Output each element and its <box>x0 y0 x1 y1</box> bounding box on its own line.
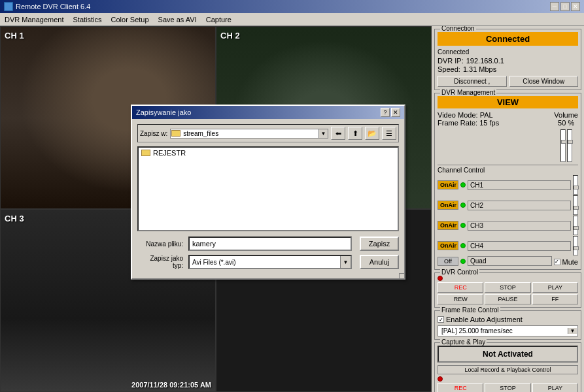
save-in-label: Zapisz w: <box>140 130 167 137</box>
disconnect-button[interactable]: Disconnect , <box>438 76 507 87</box>
dialog-body: Zapisz w: stream_files ▼ ⬅ ⬆ 📂 ☰ <box>132 119 404 278</box>
volume-thumb-2 <box>568 140 573 144</box>
rec-button[interactable]: REC <box>438 282 483 293</box>
ch2-name[interactable]: CH2 <box>468 201 571 210</box>
play-button[interactable]: PLAY <box>532 282 578 293</box>
dialog-title-text: Zapisywanie jako <box>136 108 191 116</box>
dialog-help-button[interactable]: ? <box>381 108 390 117</box>
filetype-dropdown-btn[interactable]: ▼ <box>340 256 351 268</box>
menu-capture[interactable]: Capture <box>204 15 233 24</box>
video-mode-value: PAL <box>480 111 493 119</box>
capture-rec-dot <box>438 376 443 382</box>
ch3-name[interactable]: CH3 <box>468 221 571 231</box>
folder-icon <box>171 130 180 137</box>
close-window-button[interactable]: Close Window <box>509 76 579 87</box>
ch3-vol-thumb <box>574 226 579 230</box>
capture-rec-button[interactable]: REC <box>438 383 483 392</box>
up-folder-btn[interactable]: ⬅ <box>331 127 345 140</box>
menu-dvr-management[interactable]: DVR Management <box>3 15 66 24</box>
save-button[interactable]: Zapisz <box>360 237 399 251</box>
filetype-value: Avi Files (*.avi) <box>190 258 340 267</box>
connection-buttons: Disconnect , Close Window <box>438 76 578 87</box>
menu-save-as-avi[interactable]: Save as AVI <box>156 15 199 24</box>
ch4-name[interactable]: CH4 <box>468 241 571 251</box>
dialog-close-button[interactable]: ✕ <box>391 108 400 117</box>
rew-button[interactable]: REW <box>438 294 483 304</box>
main-layout: CH 1 CH 2 CH 3 2007/11/28 09:21:05 AM <box>0 26 584 392</box>
folder-dropdown-btn[interactable]: ▼ <box>318 129 328 138</box>
quad-name[interactable]: Quad <box>468 256 552 266</box>
details-view-btn[interactable]: ☰ <box>382 127 396 140</box>
save-btn-area: Zapisz <box>360 237 399 251</box>
volume-track-2[interactable] <box>567 129 572 162</box>
channel-row-ch1: OnAir CH1 <box>438 175 578 195</box>
connection-group-title: Connection <box>440 26 476 32</box>
frame-rate-row-item: Frame Rate: 15 fps <box>438 119 499 127</box>
ch1-vol-thumb <box>574 186 579 189</box>
filetype-select[interactable]: Avi Files (*.avi) ▼ <box>188 255 352 269</box>
rec-indicator-row <box>438 276 578 281</box>
ch1-name[interactable]: CH1 <box>468 180 571 190</box>
connection-group: Connection Connected Connected DVR IP: 1… <box>434 29 581 90</box>
mute-row: ✓ Mute <box>554 258 578 266</box>
filetype-label: Zapisz jakotyp: <box>137 255 183 269</box>
fps-dropdown-btn[interactable]: ▼ <box>568 328 577 334</box>
fps-select[interactable]: [PAL] 25.000 frames/sec ▼ <box>438 325 578 336</box>
video-mode-row-item: Video Mode: PAL <box>438 111 499 119</box>
ch2-vol-thumb <box>574 206 579 210</box>
up-level-btn[interactable]: ⬆ <box>348 127 362 140</box>
ch1-vol-slider[interactable] <box>573 175 578 195</box>
ch2-vol-slider[interactable] <box>573 195 578 215</box>
mute-checkbox[interactable]: ✓ <box>554 259 560 265</box>
dialog-overlay: Zapisywanie jako ? ✕ Zapisz w: stream_fi… <box>0 26 432 392</box>
menu-statistics[interactable]: Statistics <box>71 15 104 24</box>
resize-handle[interactable] <box>399 273 404 278</box>
dvr-ip-value: 192.168.0.1 <box>466 57 504 65</box>
new-folder-btn[interactable]: 📂 <box>365 127 379 140</box>
volume-track-1[interactable] <box>560 129 566 162</box>
mute-label: Mute <box>562 258 578 266</box>
file-list-area[interactable]: REJESTR <box>137 146 399 231</box>
cancel-button[interactable]: Anuluj <box>360 255 399 269</box>
ch4-vol-slider[interactable] <box>573 236 578 255</box>
ch4-vol-thumb <box>574 246 579 250</box>
menu-color-setup[interactable]: Color Setup <box>109 15 151 24</box>
frame-rate-control-group: Frame Rate Control ✓ Enable Auto Adjustm… <box>434 310 581 340</box>
filename-input[interactable] <box>188 237 352 251</box>
channel-control-title: Channel Control <box>438 165 578 174</box>
fps-value: [PAL] 25.000 frames/sec <box>439 327 568 335</box>
capture-play-button[interactable]: PLAY <box>532 383 578 392</box>
quad-off-btn[interactable]: Off <box>438 257 458 266</box>
auto-adjustment-row: ✓ Enable Auto Adjustment <box>438 316 578 323</box>
ch4-onair-btn[interactable]: OnAir <box>438 241 458 250</box>
not-activated-banner: Not Activated <box>438 346 578 363</box>
minimize-button[interactable]: ─ <box>550 2 559 11</box>
ch1-onair-btn[interactable]: OnAir <box>438 180 458 189</box>
filename-label: Nazwa pliku: <box>137 240 183 248</box>
capture-stop-button[interactable]: STOP <box>485 383 530 392</box>
rec-status-dot <box>438 276 443 281</box>
file-item-name: REJESTR <box>153 149 186 157</box>
ch3-onair-btn[interactable]: OnAir <box>438 221 458 230</box>
pause-button[interactable]: PAUSE <box>485 294 530 304</box>
volume-thumb-1 <box>561 140 566 144</box>
menu-bar: DVR Management Statistics Color Setup Sa… <box>0 13 584 26</box>
maximize-button[interactable]: □ <box>560 2 570 11</box>
right-panel: Connection Connected Connected DVR IP: 1… <box>432 26 584 392</box>
dvr-ip-row: DVR IP: 192.168.0.1 <box>438 57 578 65</box>
connected-banner: Connected <box>438 32 578 46</box>
ch1-status-dot <box>460 182 466 188</box>
close-button[interactable]: ✕ <box>571 2 580 11</box>
stop-button[interactable]: STOP <box>485 282 530 293</box>
ch2-onair-btn[interactable]: OnAir <box>438 201 458 210</box>
dialog-toolbar: Zapisz w: stream_files ▼ ⬅ ⬆ 📂 ☰ <box>137 124 399 142</box>
ff-button[interactable]: FF <box>532 294 578 304</box>
ch3-vol-slider[interactable] <box>573 216 578 235</box>
dvr-control-buttons: REC STOP PLAY REW PAUSE FF <box>438 282 578 304</box>
ch4-status-dot <box>460 243 466 248</box>
channel-row-quad: Off Quad ✓ Mute <box>438 256 578 266</box>
folder-path-combo[interactable]: stream_files ▼ <box>170 129 328 139</box>
auto-adj-checkbox[interactable]: ✓ <box>438 316 444 323</box>
list-item[interactable]: REJESTR <box>139 148 398 158</box>
capture-rec-indicator-row <box>438 376 578 382</box>
